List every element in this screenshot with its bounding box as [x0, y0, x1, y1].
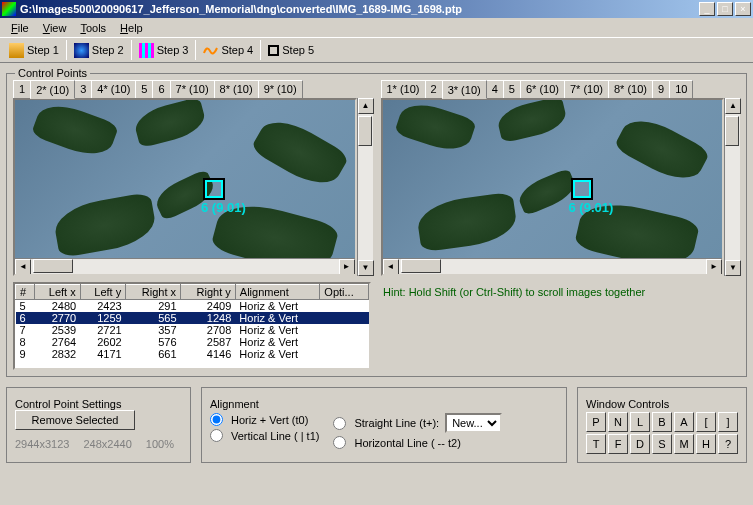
minimize-button[interactable]: _: [699, 2, 715, 16]
right-h-scrollbar[interactable]: ◄►: [383, 258, 723, 274]
window-title: G:\Images500\20090617_Jefferson_Memorial…: [20, 3, 699, 15]
window-control-m[interactable]: M: [674, 434, 694, 454]
window-control-][interactable]: ]: [718, 412, 738, 432]
col-righty[interactable]: Right y: [181, 285, 236, 300]
title-bar: G:\Images500\20090617_Jefferson_Memorial…: [0, 0, 753, 18]
alignment-group: Alignment Horiz + Vert (t0) Vertical Lin…: [201, 387, 567, 463]
left-image-panel[interactable]: 6 (9.01) ◄►: [13, 98, 357, 276]
radio-horiz-vert[interactable]: [210, 413, 223, 426]
image-tab[interactable]: 6* (10): [520, 80, 565, 98]
right-image-tabs: 1* (10)23* (10)456* (10)7* (10)8* (10)91…: [381, 80, 741, 98]
window-control-h[interactable]: H: [696, 434, 716, 454]
control-points-legend: Control Points: [15, 67, 90, 79]
menu-file[interactable]: FFileile: [4, 20, 36, 36]
window-control-f[interactable]: F: [608, 434, 628, 454]
step-3-button[interactable]: Step 3: [134, 40, 194, 61]
radio-horizontal-line[interactable]: [333, 436, 346, 449]
control-point-settings-group: Control Point Settings Remove Selected 2…: [6, 387, 191, 463]
window-controls-legend: Window Controls: [586, 398, 738, 410]
image-tab[interactable]: 5: [135, 80, 153, 98]
zoom-level: 100%: [146, 438, 174, 450]
right-v-scrollbar[interactable]: ▲▼: [724, 98, 740, 276]
left-target-marker[interactable]: [203, 178, 225, 200]
image-tab[interactable]: 7* (10): [170, 80, 215, 98]
table-row[interactable]: 6277012595651248Horiz & Vert: [16, 312, 369, 324]
image-tab[interactable]: 3: [74, 80, 92, 98]
col-leftx[interactable]: Left x: [35, 285, 81, 300]
window-control-b[interactable]: B: [652, 412, 672, 432]
step-5-button[interactable]: Step 5: [263, 41, 319, 59]
step-1-button[interactable]: Step 1: [4, 40, 64, 61]
image-tab[interactable]: 6: [152, 80, 170, 98]
col-opti[interactable]: Opti...: [320, 285, 369, 300]
table-row[interactable]: 7253927213572708Horiz & Vert: [16, 324, 369, 336]
table-row[interactable]: 9283241716614146Horiz & Vert: [16, 348, 369, 360]
app-icon: [2, 2, 16, 16]
window-control-a[interactable]: A: [674, 412, 694, 432]
right-target-marker[interactable]: [571, 178, 593, 200]
image-tab[interactable]: 1: [13, 80, 31, 98]
radio-vertical-line[interactable]: [210, 429, 223, 442]
right-image-panel[interactable]: 6 (9.01) ◄►: [381, 98, 725, 276]
left-target-label: 6 (9.01): [201, 200, 246, 215]
window-control-s[interactable]: S: [652, 434, 672, 454]
step-4-button[interactable]: Step 4: [198, 40, 258, 61]
window-control-l[interactable]: L: [630, 412, 650, 432]
cp-settings-legend: Control Point Settings: [15, 398, 182, 410]
col-num[interactable]: #: [16, 285, 35, 300]
window-control-?[interactable]: ?: [718, 434, 738, 454]
table-row[interactable]: 5248024232912409Horiz & Vert: [16, 300, 369, 313]
wave-icon: [203, 43, 218, 58]
window-controls-group: Window Controls PNLBA[] TFDSMH?: [577, 387, 747, 463]
image-tab[interactable]: 9: [652, 80, 670, 98]
straight-line-select[interactable]: New...: [445, 413, 502, 433]
folder-icon: [9, 43, 24, 58]
window-control-t[interactable]: T: [586, 434, 606, 454]
image-tab[interactable]: 8* (10): [214, 80, 259, 98]
col-lefty[interactable]: Left y: [80, 285, 126, 300]
window-control-[[interactable]: [: [696, 412, 716, 432]
left-image-tabs: 12* (10)34* (10)567* (10)8* (10)9* (10): [13, 80, 373, 98]
col-alignment[interactable]: Alignment: [235, 285, 320, 300]
image-tab[interactable]: 4* (10): [91, 80, 136, 98]
grid-icon: [139, 43, 154, 58]
col-rightx[interactable]: Right x: [126, 285, 181, 300]
square-icon: [268, 45, 279, 56]
maximize-button[interactable]: □: [717, 2, 733, 16]
window-control-p[interactable]: P: [586, 412, 606, 432]
window-control-d[interactable]: D: [630, 434, 650, 454]
toolbar: Step 1 Step 2 Step 3 Step 4 Step 5: [0, 37, 753, 63]
menu-tools[interactable]: Tools: [73, 20, 113, 36]
image-tab[interactable]: 4: [486, 80, 504, 98]
close-button[interactable]: ×: [735, 2, 751, 16]
alignment-legend: Alignment: [210, 398, 558, 410]
image-tab[interactable]: 5: [503, 80, 521, 98]
right-dims: 248x2440: [83, 438, 131, 450]
right-target-label: 6 (9.01): [569, 200, 614, 215]
step-2-button[interactable]: Step 2: [69, 40, 129, 61]
radio-straight-line[interactable]: [333, 417, 346, 430]
left-h-scrollbar[interactable]: ◄►: [15, 258, 355, 274]
image-tab[interactable]: 8* (10): [608, 80, 653, 98]
remove-selected-button[interactable]: Remove Selected: [15, 410, 135, 430]
left-v-scrollbar[interactable]: ▲▼: [357, 98, 373, 276]
menu-bar: FFileile View Tools Help: [0, 18, 753, 37]
image-tab[interactable]: 9* (10): [258, 80, 303, 98]
image-tab[interactable]: 2* (10): [30, 80, 75, 99]
image-tab[interactable]: 10: [669, 80, 693, 98]
image-tab[interactable]: 7* (10): [564, 80, 609, 98]
window-control-n[interactable]: N: [608, 412, 628, 432]
table-row[interactable]: 8276426025762587Horiz & Vert: [16, 336, 369, 348]
left-dims: 2944x3123: [15, 438, 69, 450]
image-tab[interactable]: 1* (10): [381, 80, 426, 98]
image-tab[interactable]: 2: [425, 80, 443, 98]
image-tab[interactable]: 3* (10): [442, 80, 487, 99]
menu-view[interactable]: View: [36, 20, 74, 36]
control-points-group: Control Points 12* (10)34* (10)567* (10)…: [6, 73, 747, 377]
hint-text: Hint: Hold Shift (or Ctrl-Shift) to scro…: [379, 282, 740, 370]
menu-help[interactable]: Help: [113, 20, 150, 36]
control-points-table[interactable]: # Left x Left y Right x Right y Alignmen…: [13, 282, 371, 370]
globe-icon: [74, 43, 89, 58]
